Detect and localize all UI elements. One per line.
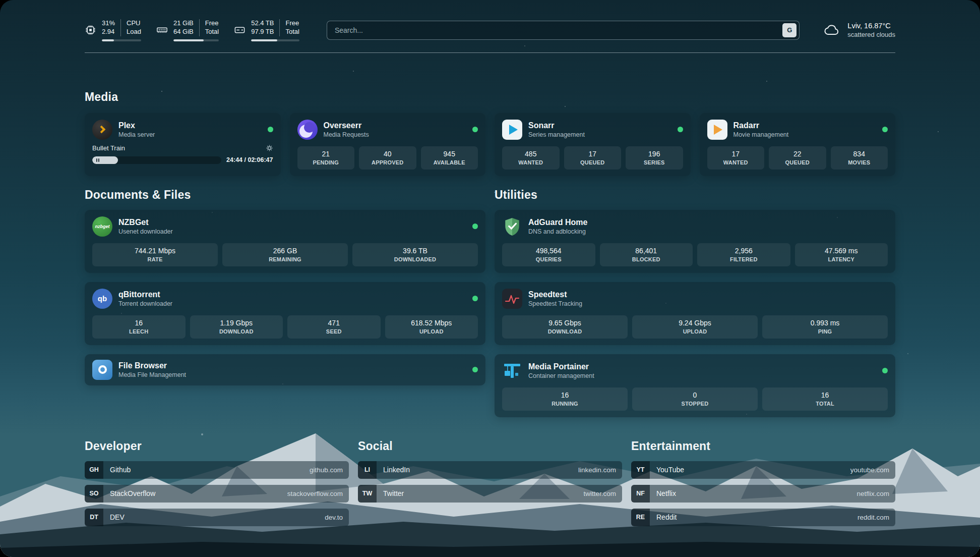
- load-label: Load: [127, 28, 141, 36]
- pause-button[interactable]: [92, 156, 118, 164]
- linkedin-icon: LI: [358, 461, 377, 479]
- radarr-card[interactable]: Radarr Movie management 17 WANTED 22 QUE…: [700, 113, 896, 176]
- bookmark-url: github.com: [310, 466, 343, 474]
- weather-condition: scattered clouds: [847, 31, 895, 38]
- app-name: qBittorrent: [118, 290, 172, 299]
- media-section-title: Media: [85, 90, 895, 104]
- section-social: Social LI LinkedIn linkedin.com TW Twitt…: [358, 439, 622, 503]
- filebrowser-card[interactable]: File Browser Media File Management: [85, 354, 485, 385]
- section-documents: Documents & Files nzbget NZBGet Usenet d…: [85, 188, 485, 385]
- section-developer: Developer GH Github github.com SO StackO…: [85, 439, 349, 526]
- stat-label: STOPPED: [634, 401, 756, 407]
- stat-label: LEECH: [94, 328, 183, 335]
- ram-free-value: 21 GiB: [173, 19, 194, 28]
- stat-label: SEED: [289, 328, 379, 335]
- stat-value: 39.6 TB: [354, 247, 476, 255]
- bookmark-youtube[interactable]: YT YouTube youtube.com: [631, 461, 895, 479]
- stat-value: 0: [634, 391, 756, 399]
- search-engine-button[interactable]: G: [782, 23, 797, 37]
- overseerr-card[interactable]: Overseerr Media Requests 21 PENDING 40 A…: [290, 113, 486, 176]
- snow-particles: [0, 0, 1, 1]
- disk-free-value: 52.4 TB: [251, 19, 274, 28]
- youtube-icon: YT: [631, 461, 650, 479]
- bookmark-dev[interactable]: DT DEV dev.to: [85, 509, 349, 526]
- plex-card[interactable]: Plex Media server Bullet Train: [85, 113, 281, 176]
- stat-label: RUNNING: [504, 401, 626, 407]
- portainer-card[interactable]: Media Portainer Container management 16 …: [495, 354, 895, 417]
- stat-value: 22: [771, 150, 824, 158]
- stat-box: 485 WANTED: [502, 146, 560, 170]
- search-bar[interactable]: G: [327, 21, 800, 40]
- total-label: Total: [205, 28, 219, 36]
- stat-label: UPLOAD: [634, 328, 756, 335]
- nzbget-card[interactable]: nzbget NZBGet Usenet downloader 744.21 M…: [85, 210, 485, 273]
- stat-value: 47.569 ms: [797, 247, 886, 255]
- entertainment-section-title: Entertainment: [631, 439, 895, 453]
- stat-label: UPLOAD: [387, 328, 476, 335]
- stat-value: 945: [423, 150, 476, 158]
- ram-total-value: 64 GiB: [173, 28, 194, 36]
- stat-value: 16: [94, 319, 183, 327]
- metric-divider: [279, 19, 280, 36]
- bookmark-url: dev.to: [325, 514, 343, 521]
- adguard-card[interactable]: AdGuard Home DNS and adblocking 498,564 …: [495, 210, 895, 273]
- developer-section-title: Developer: [85, 439, 349, 453]
- gear-icon[interactable]: [266, 144, 273, 152]
- section-media: Media Plex Media server Bullet Train: [85, 90, 895, 176]
- stat-value: 618.52 Mbps: [387, 319, 476, 327]
- weather-widget: Lviv, 16.87°C scattered clouds: [823, 22, 895, 38]
- cpu-icon: [85, 24, 96, 36]
- status-indicator: [268, 127, 273, 132]
- cpu-progress-bar: [102, 39, 141, 41]
- bookmark-stackoverflow[interactable]: SO StackOverflow stackoverflow.com: [85, 485, 349, 503]
- stat-value: 86,401: [602, 247, 691, 255]
- bookmark-twitter[interactable]: TW Twitter twitter.com: [358, 485, 622, 503]
- metric-divider: [120, 19, 121, 36]
- overseerr-icon: [297, 120, 318, 140]
- app-subtitle: Media server: [118, 131, 155, 138]
- app-subtitle: Speedtest Tracking: [528, 300, 582, 307]
- bookmark-github[interactable]: GH Github github.com: [85, 461, 349, 479]
- bookmark-name: StackOverflow: [110, 489, 155, 497]
- stat-label: WANTED: [504, 159, 558, 165]
- speedtest-card[interactable]: Speedtest Speedtest Tracking 9.65 Gbps D…: [495, 282, 895, 345]
- stat-value: 498,564: [504, 247, 593, 255]
- app-subtitle: Media Requests: [324, 131, 369, 138]
- plex-icon: [92, 120, 112, 140]
- stat-box: 9.65 Gbps DOWNLOAD: [502, 315, 628, 339]
- playback-progress-bar[interactable]: [92, 156, 221, 164]
- stat-value: 16: [764, 391, 886, 399]
- utilities-section-title: Utilities: [495, 188, 895, 202]
- stat-label: SERIES: [628, 159, 681, 165]
- bookmark-name: Github: [110, 466, 131, 474]
- social-section-title: Social: [358, 439, 622, 453]
- sonarr-card[interactable]: Sonarr Series management 485 WANTED 17 Q…: [495, 113, 691, 176]
- app-name: AdGuard Home: [528, 218, 587, 227]
- bookmark-linkedin[interactable]: LI LinkedIn linkedin.com: [358, 461, 622, 479]
- status-indicator: [472, 296, 478, 301]
- disk-progress-bar: [251, 39, 299, 41]
- qbittorrent-card[interactable]: qb qBittorrent Torrent downloader 16 LEE…: [85, 282, 485, 345]
- stat-label: WANTED: [709, 159, 763, 165]
- stat-value: 2,956: [699, 247, 788, 255]
- search-input[interactable]: [327, 26, 782, 34]
- stat-label: DOWNLOAD: [504, 328, 626, 335]
- bookmark-reddit[interactable]: RE Reddit reddit.com: [631, 509, 895, 526]
- bookmark-url: twitter.com: [583, 490, 616, 497]
- bookmark-url: netflix.com: [856, 490, 889, 497]
- status-indicator: [472, 224, 478, 229]
- app-subtitle: Movie management: [733, 131, 789, 138]
- disk-total-value: 97.9 TB: [251, 28, 274, 36]
- disk-labels: Free Total: [285, 19, 299, 36]
- bookmark-name: LinkedIn: [383, 466, 410, 474]
- stat-box: 21 PENDING: [297, 146, 355, 170]
- stat-value: 266 GB: [224, 247, 346, 255]
- stat-value: 834: [833, 150, 886, 158]
- stat-value: 17: [566, 150, 620, 158]
- app-name: File Browser: [118, 361, 186, 370]
- radarr-icon: [707, 120, 727, 140]
- playback-time: 24:44 / 02:06:47: [226, 156, 273, 163]
- stat-value: 40: [361, 150, 414, 158]
- bookmark-netflix[interactable]: NF Netflix netflix.com: [631, 485, 895, 503]
- app-name: Speedtest: [528, 290, 582, 299]
